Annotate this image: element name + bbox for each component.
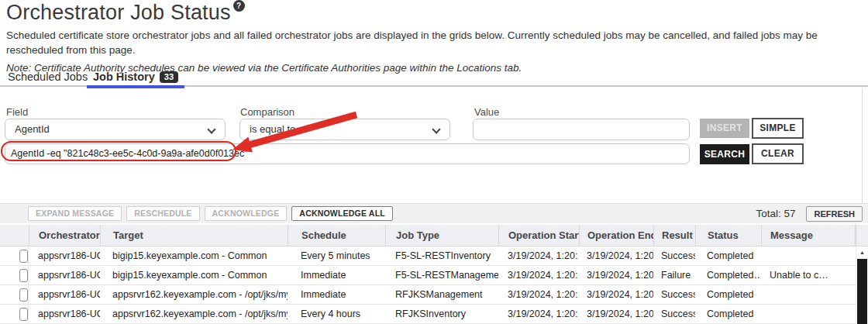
tab-bar: Scheduled Jobs Job History33 [0,72,868,87]
cell-status: Completed [695,305,761,323]
table-row: appsrvr186-UO-1 appsrvr162.keyexample.co… [0,305,856,324]
cell-message [761,305,856,323]
field-select-value: AgentId [15,123,50,135]
page-title: Orchestrator Job Status? [6,0,245,25]
cell-schedule: Every 5 minutes [288,246,385,265]
comparison-select-value: is equal to [250,123,295,135]
cell-operation-end: 3/19/2024, 1:20… [579,285,653,304]
cell-operation-start: 3/19/2024, 1:20:… [498,305,579,323]
table-row: appsrvr186-UO-1 bigip15.keyexample.com -… [0,246,856,266]
column-header-result[interactable]: Result [653,225,695,246]
column-header-job-type[interactable]: Job Type [385,225,498,246]
chevron-down-icon [207,125,215,133]
cell-status: Completed [695,246,761,265]
cell-orchestrator: appsrvr186-UO-1 [29,246,100,265]
annotation-oval [1,141,236,161]
cell-job-type: F5-SL-RESTManagement [385,266,498,284]
table-row: appsrvr186-UO-1 bigip15.keyexample.com -… [0,266,856,285]
cell-operation-end: 3/19/2024, 1:20… [579,246,653,265]
tab-job-history-label: Job History [93,71,155,83]
comparison-label: Comparison [240,106,294,118]
cell-operation-start: 3/19/2024, 1:20:… [498,285,579,304]
orchestrator-job-status-page: Orchestrator Job Status? Scheduled certi… [0,0,868,324]
grid-body: appsrvr186-UO-1 bigip15.keyexample.com -… [0,246,856,324]
row-checkbox[interactable] [19,308,28,321]
acknowledge-button[interactable]: ACKNOWLEDGE [205,206,288,221]
search-filter-panel: Field AgentId Comparison is equal to Val… [0,88,868,203]
vertical-scrollbar[interactable]: ▲ [856,246,868,324]
cell-job-type: RFJKSManagement [385,285,498,304]
chevron-down-icon [432,125,440,133]
help-icon[interactable]: ? [233,0,245,12]
row-checkbox[interactable] [19,288,28,302]
grid-header-row: Orchestrator Target Schedule Job Type Op… [0,225,868,246]
comparison-select[interactable]: is equal to [239,119,450,140]
reschedule-button[interactable]: RESCHEDULE [126,206,199,221]
grid-toolbar: EXPAND MESSAGE RESCHEDULE ACKNOWLEDGE AC… [0,203,868,223]
column-header-operation-start[interactable]: Operation Start [498,225,579,246]
cell-status: Completed… [695,266,761,284]
row-checkbox-cell [0,246,29,265]
tab-scheduled-jobs[interactable]: Scheduled Jobs [8,71,88,83]
column-header-message[interactable]: Message [761,225,856,246]
cell-job-type: RFJKSInventory [385,305,498,323]
column-header-orchestrator[interactable]: Orchestrator [29,225,100,246]
cell-message [761,246,856,265]
value-label: Value [474,106,499,118]
cell-result: Success [653,285,695,304]
page-title-text: Orchestrator Job Status [6,1,231,24]
page-description: Scheduled certificate store orchestrator… [6,28,857,57]
column-header-target[interactable]: Target [100,225,288,246]
cell-result: Success [653,305,695,323]
cell-operation-end: 3/19/2024, 1:20… [579,266,653,284]
cell-schedule: Immediate [288,266,385,284]
panel-right-border [862,88,863,203]
scrollbar-thumb[interactable] [857,259,867,324]
row-checkbox[interactable] [19,250,28,263]
cell-operation-end: 3/19/2024, 1:20… [579,305,653,323]
row-checkbox[interactable] [19,269,28,282]
cell-orchestrator: appsrvr186-UO-1 [29,305,100,323]
expand-message-button[interactable]: EXPAND MESSAGE [28,206,122,221]
scroll-up-icon[interactable]: ▲ [856,247,868,257]
cell-schedule: Immediate [288,285,385,304]
table-row: appsrvr186-UO-1 appsrvr162.keyexample.co… [0,285,856,305]
cell-operation-start: 3/19/2024, 1:20:… [498,246,579,265]
cell-status: Completed [695,285,761,304]
cell-target: bigip15.keyexample.com - Common [100,266,288,284]
cell-result: Failure [653,266,695,284]
row-checkbox-cell [0,266,29,284]
cell-target: appsrvr162.keyexample.com - /opt/jks/mys… [100,285,288,304]
cell-schedule: Every 4 hours [288,305,385,323]
refresh-button[interactable]: REFRESH [806,206,863,222]
tab-job-history[interactable]: Job History33 [87,71,184,83]
row-checkbox-cell [0,285,29,304]
field-select[interactable]: AgentId [5,119,226,140]
column-header-operation-end[interactable]: Operation End [579,225,653,246]
job-history-count-badge: 33 [160,71,178,83]
cell-target: bigip15.keyexample.com - Common [100,246,288,265]
job-history-grid: EXPAND MESSAGE RESCHEDULE ACKNOWLEDGE AC… [0,203,868,324]
search-button[interactable]: SEARCH [700,144,749,164]
cell-message: Unable to c… [761,266,856,284]
field-label: Field [6,106,28,118]
cell-operation-start: 3/19/2024, 1:20:… [498,266,579,284]
value-input[interactable] [473,119,690,140]
cell-target: appsrvr162.keyexample.com - /opt/jks/mys… [100,305,288,323]
cell-result: Success [653,246,695,265]
cell-job-type: F5-SL-RESTInventory [385,246,498,265]
cell-message [761,285,856,304]
grid-total-count: Total: 57 [756,208,795,219]
clear-button[interactable]: CLEAR [752,143,804,164]
column-header-schedule[interactable]: Schedule [288,225,385,246]
header-checkbox-cell [0,225,29,246]
row-checkbox-cell [0,305,29,323]
cell-orchestrator: appsrvr186-UO-1 [29,285,100,304]
simple-button[interactable]: SIMPLE [752,118,804,139]
cell-orchestrator: appsrvr186-UO-1 [29,266,100,284]
header-filler-cell [856,225,868,246]
acknowledge-all-button[interactable]: ACKNOWLEDGE ALL [291,206,393,221]
column-header-status[interactable]: Status [695,225,761,246]
insert-button[interactable]: INSERT [700,119,749,138]
